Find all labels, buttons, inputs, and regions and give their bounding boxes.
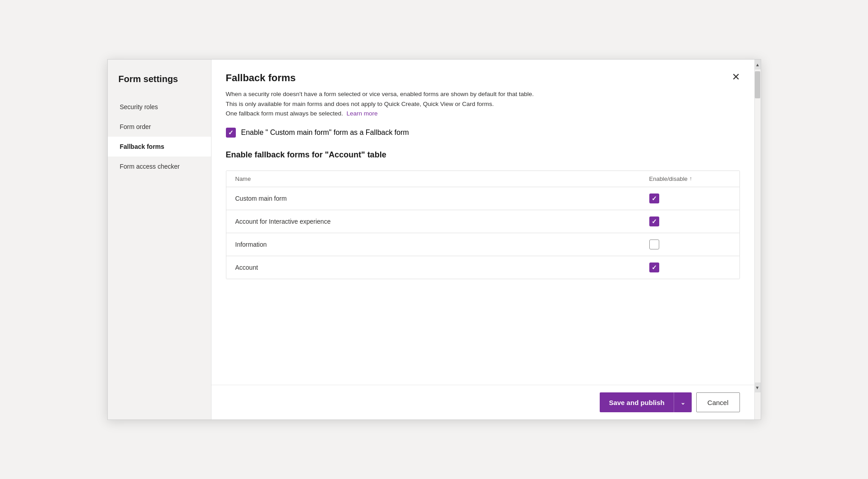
form-name: Information	[235, 241, 649, 248]
fallback-checkbox[interactable]: ✓	[226, 128, 236, 138]
save-label: Save and publish	[600, 392, 674, 412]
form-enable-check: ✓	[649, 216, 730, 226]
row-checkbox-1[interactable]: ✓	[649, 216, 659, 226]
form-name: Account	[235, 264, 649, 271]
table-row: Custom main form ✓	[226, 187, 739, 210]
form-name: Custom main form	[235, 195, 649, 202]
forms-table: Name Enable/disable ↑ Custom main form ✓	[226, 170, 740, 279]
row-checkbox-0[interactable]: ✓	[649, 193, 659, 203]
checkmark-icon: ✓	[652, 264, 657, 271]
checkmark-icon: ✓	[652, 195, 657, 202]
cancel-button[interactable]: Cancel	[696, 392, 740, 412]
sidebar-item-form-access-checker[interactable]: Form access checker	[108, 157, 211, 176]
table-header: Name Enable/disable ↑	[226, 171, 739, 187]
row-checkbox-2[interactable]	[649, 240, 659, 249]
scrollbar-track: ▲ ▼	[754, 60, 761, 419]
form-enable-check: ✓	[649, 263, 730, 272]
checkmark-icon: ✓	[228, 129, 234, 136]
footer: Save and publish ⌄ Cancel	[211, 385, 754, 419]
save-dropdown-arrow-icon[interactable]: ⌄	[674, 392, 692, 412]
sidebar-title: Form settings	[108, 70, 211, 97]
sort-icon[interactable]: ↑	[689, 175, 692, 182]
learn-more-link[interactable]: Learn more	[346, 110, 377, 117]
sidebar-item-security-roles[interactable]: Security roles	[108, 97, 211, 117]
table-row: Account ✓	[226, 256, 739, 279]
section-title: Enable fallback forms for "Account" tabl…	[226, 150, 740, 160]
description: When a security role doesn't have a form…	[226, 89, 740, 119]
table-row: Account for Interactive experience ✓	[226, 210, 739, 233]
fallback-enable-row: ✓ Enable " Custom main form" form as a F…	[226, 128, 740, 138]
sidebar-item-form-order[interactable]: Form order	[108, 117, 211, 137]
table-row: Information	[226, 233, 739, 256]
scroll-up-button[interactable]: ▲	[755, 60, 761, 69]
sidebar: Form settings Security roles Form order …	[108, 60, 211, 419]
col-name-header: Name	[235, 175, 649, 182]
main-content: When a security role doesn't have a form…	[211, 84, 754, 385]
scroll-thumb[interactable]	[755, 71, 760, 98]
scroll-down-button[interactable]: ▼	[754, 382, 761, 392]
form-name: Account for Interactive experience	[235, 218, 649, 225]
row-checkbox-3[interactable]: ✓	[649, 263, 659, 272]
col-enable-header: Enable/disable ↑	[649, 175, 730, 182]
main-panel: Fallback forms ✕ When a security role do…	[211, 60, 754, 419]
panel-title: Fallback forms	[226, 72, 296, 84]
form-enable-check: ✓	[649, 193, 730, 203]
close-button[interactable]: ✕	[728, 72, 740, 82]
fallback-checkbox-label: Enable " Custom main form" form as a Fal…	[241, 129, 409, 137]
form-enable-check	[649, 240, 730, 249]
form-settings-dialog: Form settings Security roles Form order …	[107, 59, 761, 420]
sidebar-item-fallback-forms[interactable]: Fallback forms	[108, 137, 211, 157]
checkmark-icon: ✓	[652, 218, 657, 225]
main-header: Fallback forms ✕	[211, 60, 754, 84]
save-publish-button[interactable]: Save and publish ⌄	[600, 392, 691, 412]
